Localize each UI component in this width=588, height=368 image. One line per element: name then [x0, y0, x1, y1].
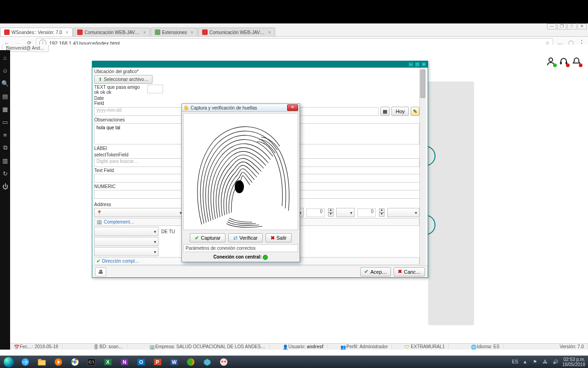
- os-min-button[interactable]: —: [547, 23, 556, 29]
- cmd-icon[interactable]: C:\: [84, 356, 99, 368]
- main-window-titlebar[interactable]: – □ ×: [92, 61, 428, 68]
- wmp-icon[interactable]: [51, 356, 66, 368]
- rail-power-icon[interactable]: ⏻: [1, 183, 9, 190]
- headset-icon[interactable]: [559, 56, 569, 66]
- tray-clock[interactable]: 02:53 p.m. 18/05/2018: [562, 357, 585, 367]
- word-icon[interactable]: W: [166, 356, 182, 368]
- tray-net-icon[interactable]: 🖧: [542, 359, 548, 365]
- perfil-value: Administrador: [360, 344, 388, 349]
- explorer-icon[interactable]: [34, 356, 50, 368]
- tab-comunicacion-1[interactable]: Comunicación WEB-JAV… ×: [73, 28, 150, 36]
- fingerprint-close-icon[interactable]: ✕: [287, 104, 298, 111]
- combo-row-4[interactable]: ▾: [94, 247, 158, 256]
- tab-label: Comunicación WEB-JAV…: [209, 30, 265, 35]
- marker-icon: 📍: [96, 210, 102, 215]
- bd-value: soan…: [108, 344, 123, 349]
- vertical-scrollbar[interactable]: [419, 68, 426, 265]
- num-spin-2[interactable]: ▲▼: [379, 208, 384, 217]
- os-pair-button[interactable]: ❐: [557, 23, 566, 29]
- win-min-icon[interactable]: –: [408, 62, 414, 67]
- rail-card-icon[interactable]: ▭: [1, 118, 9, 126]
- tab-close-icon[interactable]: ×: [66, 30, 68, 35]
- address-combo-1[interactable]: 📍▾: [94, 208, 184, 217]
- bell-icon[interactable]: [571, 56, 582, 66]
- tray-flag-icon[interactable]: ⚑: [532, 359, 538, 365]
- svg-point-27: [224, 361, 226, 362]
- tab-close-icon[interactable]: ×: [268, 30, 271, 35]
- rail-person-icon[interactable]: ☺: [1, 67, 9, 74]
- fingerprint-dialog-title[interactable]: 🖐 Captura y verificación de huellas ✕: [182, 104, 300, 112]
- clock-time: 02:53 p.m.: [562, 357, 585, 362]
- tray-vol-icon[interactable]: 🔊: [552, 359, 559, 365]
- lang-icon: 🌐: [471, 345, 475, 349]
- chrome-icon[interactable]: [67, 356, 83, 368]
- rail-doc-icon[interactable]: ▤: [1, 92, 9, 100]
- svg-text:W: W: [172, 359, 177, 365]
- fingerprint-status: Parámetros de conexión correctos: [183, 244, 298, 252]
- version-label: Versión: 7.0: [556, 344, 588, 350]
- combo-row-3[interactable]: ▾: [94, 237, 158, 246]
- rail-grid-icon[interactable]: ▦: [1, 105, 9, 113]
- capturar-button[interactable]: ✔Capturar: [190, 233, 226, 242]
- start-button[interactable]: [0, 356, 17, 368]
- win-close-icon[interactable]: ×: [421, 62, 427, 67]
- right-panel-bg: [428, 81, 474, 325]
- num-input-2[interactable]: 0: [357, 208, 376, 217]
- x-icon: ✖: [398, 269, 402, 275]
- cancel-button[interactable]: ✖Canc…: [394, 267, 425, 276]
- outlook-icon[interactable]: O: [133, 356, 149, 368]
- salir-button[interactable]: ✖Salir: [266, 233, 292, 242]
- tab-extensiones[interactable]: Extensiones ×: [151, 28, 198, 36]
- num-input-1[interactable]: 0: [306, 208, 325, 217]
- date-label: Date Field: [94, 96, 108, 106]
- tab-close-icon[interactable]: ×: [191, 30, 193, 35]
- scrollbar-thumb[interactable]: [420, 69, 425, 98]
- date-picker-icon[interactable]: ▦: [380, 107, 390, 116]
- rail-refresh-icon[interactable]: ↻: [1, 170, 9, 177]
- owl-icon[interactable]: [216, 356, 232, 368]
- shield-icon: 🛡: [405, 345, 409, 349]
- fingerprint-app-icon: 🖐: [183, 105, 189, 110]
- rail-list-icon[interactable]: ≡: [1, 131, 9, 138]
- fingerprint-image: [183, 113, 298, 230]
- tab-comunicacion-2[interactable]: Comunicación WEB-JAV… ×: [198, 28, 275, 36]
- footer-print-icon[interactable]: 🖶: [95, 267, 106, 276]
- os-close-button[interactable]: ✕: [577, 23, 587, 29]
- accept-button[interactable]: ✔Acep…: [360, 267, 391, 276]
- rail-chart-icon[interactable]: ▥: [1, 157, 9, 164]
- usuario-value: andresf: [307, 344, 323, 349]
- de-tu-label: DE TU: [161, 229, 175, 234]
- excel-icon[interactable]: X: [100, 356, 116, 368]
- person-icon[interactable]: [546, 56, 556, 66]
- firefox-icon[interactable]: [183, 356, 198, 368]
- db-icon: 🗄: [94, 345, 98, 349]
- fecha-label: Fec…:: [20, 344, 33, 349]
- svg-point-26: [221, 361, 223, 362]
- tab-close-icon[interactable]: ×: [143, 30, 146, 35]
- cube-icon[interactable]: [199, 356, 215, 368]
- rail-home-icon[interactable]: ⌂: [1, 54, 9, 61]
- rail-search-icon[interactable]: 🔍: [1, 80, 9, 87]
- tray-up-icon[interactable]: ▲: [522, 359, 528, 365]
- combo-detu-left[interactable]: ▾: [94, 227, 158, 236]
- fingerprint-dialog: 🖐 Captura y verificación de huellas ✕: [181, 104, 300, 262]
- ie-icon[interactable]: [17, 356, 33, 368]
- tray-lang[interactable]: ES: [512, 359, 518, 364]
- text-input[interactable]: [147, 85, 163, 93]
- win-max-icon[interactable]: □: [414, 62, 420, 67]
- fecha-value: 2018-05-18: [34, 344, 58, 349]
- os-max-button[interactable]: □: [567, 23, 577, 29]
- num-combo-4[interactable]: ▾: [387, 208, 419, 217]
- num-combo-3[interactable]: ▾: [336, 208, 355, 217]
- edit-icon[interactable]: ✎: [411, 107, 419, 116]
- num-spin-1[interactable]: ▲▼: [328, 208, 334, 217]
- onenote-icon[interactable]: N: [117, 356, 132, 368]
- tab-label: Comunicación WEB-JAV…: [85, 30, 140, 35]
- verificar-button[interactable]: ⇄Verificar: [228, 233, 263, 242]
- check-icon: ✔: [195, 235, 199, 241]
- tab-wsoandes[interactable]: WSoandes:: Versión: 7.0 ×: [0, 28, 73, 36]
- rail-copy-icon[interactable]: ⧉: [1, 144, 9, 151]
- hoy-button[interactable]: Hoy: [391, 107, 409, 116]
- select-file-button[interactable]: ⬆ Seleccionar archivo…: [94, 75, 153, 84]
- powerpoint-icon[interactable]: P: [150, 356, 165, 368]
